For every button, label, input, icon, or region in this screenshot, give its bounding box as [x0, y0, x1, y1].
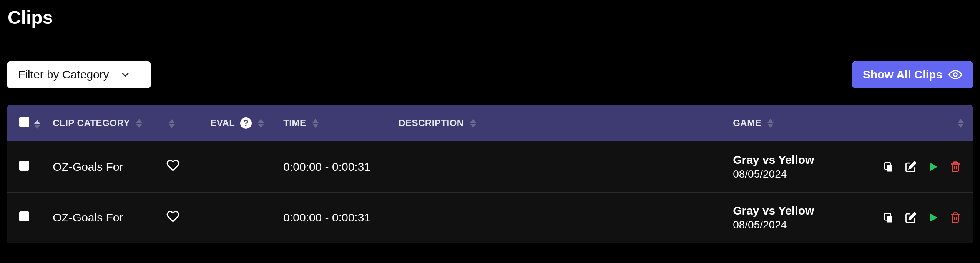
svg-marker-5: [169, 119, 175, 123]
svg-marker-9: [312, 119, 319, 123]
chevron-down-icon: [121, 72, 129, 77]
cell-time: 0:00:00 - 0:00:31: [274, 192, 389, 243]
trash-icon[interactable]: [950, 161, 961, 173]
cell-time: 0:00:00 - 0:00:31: [274, 141, 389, 192]
svg-marker-19: [930, 163, 937, 171]
svg-marker-3: [136, 119, 142, 123]
table-row: OZ-Goals For 0:00:00 - 0:00:31 Gray vs Y…: [7, 141, 973, 192]
cell-eval: [201, 141, 274, 192]
cell-game: Gray vs Yellow 08/05/2024: [724, 192, 874, 243]
svg-point-0: [954, 73, 957, 77]
row-checkbox[interactable]: [19, 211, 29, 221]
select-all-checkbox[interactable]: [19, 117, 29, 127]
svg-marker-13: [767, 119, 774, 123]
svg-marker-15: [958, 119, 964, 123]
sort-icon: [470, 119, 476, 128]
copy-icon[interactable]: [883, 212, 894, 223]
header-category-label: CLIP CATEGORY: [53, 118, 130, 128]
sort-icon[interactable]: [34, 120, 40, 129]
cell-category: OZ-Goals For: [43, 192, 166, 243]
cell-description: [389, 192, 724, 243]
filter-category-label: Filter by Category: [18, 68, 109, 81]
header-time-label: TIME: [283, 118, 306, 128]
svg-marker-11: [470, 119, 476, 123]
header-select-all: [7, 105, 43, 141]
sort-icon: [958, 119, 964, 128]
header-description-label: DESCRIPTION: [399, 118, 464, 128]
help-icon[interactable]: ?: [240, 117, 252, 129]
game-date: 08/05/2024: [733, 219, 864, 231]
sort-icon: [312, 119, 319, 128]
cell-game: Gray vs Yellow 08/05/2024: [724, 141, 874, 192]
svg-marker-12: [470, 124, 476, 128]
cell-description: [389, 141, 724, 192]
sort-icon: [169, 119, 175, 128]
header-actions: [874, 105, 973, 141]
toolbar: Filter by Category Show All Clips: [7, 61, 973, 88]
page-title: Clips: [7, 0, 973, 35]
eye-icon: [948, 68, 962, 82]
header-time[interactable]: TIME: [274, 105, 389, 141]
svg-marker-10: [312, 124, 319, 128]
cell-category: OZ-Goals For: [43, 141, 166, 192]
svg-marker-8: [258, 124, 264, 128]
svg-rect-17: [887, 165, 892, 172]
game-name: Gray vs Yellow: [733, 153, 864, 166]
cell-eval: [201, 192, 274, 243]
header-category[interactable]: CLIP CATEGORY: [43, 105, 166, 141]
show-all-clips-button[interactable]: Show All Clips: [852, 61, 973, 88]
svg-marker-16: [958, 124, 964, 128]
cell-actions: [874, 141, 973, 192]
game-date: 08/05/2024: [733, 168, 864, 180]
header-game[interactable]: GAME: [724, 105, 874, 141]
heart-icon[interactable]: [166, 159, 179, 172]
header-game-label: GAME: [733, 118, 761, 128]
filter-category-select[interactable]: Filter by Category: [7, 61, 151, 88]
svg-marker-2: [34, 125, 40, 129]
header-description[interactable]: DESCRIPTION: [389, 105, 724, 141]
row-checkbox[interactable]: [19, 161, 29, 171]
svg-marker-7: [258, 119, 264, 123]
sort-icon: [767, 119, 774, 128]
svg-marker-1: [34, 120, 40, 124]
cell-actions: [874, 192, 973, 243]
header-eval[interactable]: EVAL ?: [201, 105, 274, 141]
svg-marker-6: [169, 124, 175, 128]
edit-icon[interactable]: [905, 212, 917, 223]
sort-icon: [136, 119, 142, 128]
show-all-clips-label: Show All Clips: [863, 68, 942, 81]
header-eval-label: EVAL: [210, 118, 235, 128]
svg-marker-4: [136, 124, 142, 128]
edit-icon[interactable]: [905, 161, 917, 173]
header-favorite[interactable]: [166, 105, 201, 141]
heart-icon[interactable]: [166, 210, 179, 223]
svg-marker-22: [930, 213, 937, 222]
copy-icon[interactable]: [883, 161, 894, 173]
play-icon[interactable]: [927, 161, 939, 173]
sort-icon: [258, 119, 264, 128]
table-row: OZ-Goals For 0:00:00 - 0:00:31 Gray vs Y…: [7, 192, 973, 243]
clips-table: CLIP CATEGORY EVAL ?: [7, 105, 973, 243]
svg-marker-14: [767, 124, 774, 128]
game-name: Gray vs Yellow: [733, 204, 864, 217]
trash-icon[interactable]: [950, 212, 961, 223]
play-icon[interactable]: [927, 212, 939, 223]
svg-rect-20: [887, 216, 892, 223]
